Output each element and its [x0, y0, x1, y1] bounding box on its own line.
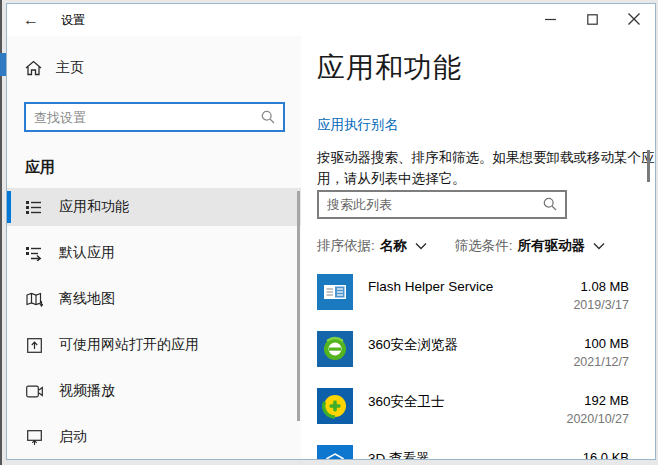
sidebar-item-label: 应用和功能: [59, 198, 129, 216]
app-body: 主页 应用: [7, 36, 655, 459]
sidebar-item-startup[interactable]: 启动: [7, 418, 301, 456]
page-title: 应用和功能: [317, 49, 655, 83]
sidebar-item-offline-maps[interactable]: 离线地图: [7, 280, 301, 318]
3d-viewer-icon: [317, 445, 353, 459]
settings-search-input[interactable]: [34, 110, 261, 125]
app-row-360-safe[interactable]: 360安全卫士 192 MB 2020/10/27: [317, 385, 629, 442]
search-icon: [261, 110, 275, 124]
window-title: 设置: [61, 12, 85, 29]
default-apps-icon: [25, 246, 43, 261]
filter-group: 筛选条件: 所有驱动器: [455, 237, 605, 255]
app-execution-aliases-link[interactable]: 应用执行别名: [317, 116, 398, 134]
app-date: 2020/10/27: [566, 412, 629, 426]
app-date: 2019/3/17: [573, 298, 629, 312]
app-list-search-input[interactable]: [327, 197, 543, 212]
flash-helper-icon: [317, 274, 353, 310]
sort-by-value[interactable]: 名称: [380, 237, 407, 255]
chevron-down-icon[interactable]: [415, 242, 427, 250]
app-size: 192 MB: [566, 393, 629, 408]
back-arrow-icon: ←: [23, 11, 39, 29]
description-text: 按驱动器搜索、排序和筛选。如果想要卸载或移动某个应用，请从列表中选择它。: [317, 148, 655, 190]
app-size: 1.08 MB: [573, 279, 629, 294]
minimize-button[interactable]: [529, 4, 571, 34]
close-button[interactable]: [613, 4, 655, 34]
sidebar-item-video-playback[interactable]: 视频播放: [7, 372, 301, 410]
360-browser-icon: [317, 331, 353, 367]
close-icon: [628, 13, 640, 25]
offline-maps-icon: [25, 292, 43, 307]
360-safe-icon: [317, 388, 353, 424]
minimize-icon: [545, 14, 556, 25]
app-list: Flash Helper Service 1.08 MB 2019/3/17: [317, 271, 629, 459]
app-meta: 1.08 MB 2019/3/17: [573, 271, 629, 312]
app-size: 16.0 KB: [573, 450, 629, 459]
main-content: 应用和功能 应用执行别名 按驱动器搜索、排序和筛选。如果想要卸载或移动某个应用，…: [301, 36, 655, 459]
settings-search-box: [24, 102, 285, 132]
app-row-flash-helper[interactable]: Flash Helper Service 1.08 MB 2019/3/17: [317, 271, 629, 328]
sidebar-item-apps-for-websites[interactable]: 可使用网站打开的应用: [7, 326, 301, 364]
main-scrollbar[interactable]: [647, 150, 650, 182]
video-playback-icon: [25, 385, 43, 398]
app-size: 100 MB: [573, 336, 629, 351]
sidebar-item-label: 视频播放: [59, 382, 115, 400]
app-date: 2021/12/7: [573, 355, 629, 369]
sidebar-item-label: 离线地图: [59, 290, 115, 308]
app-name: 3D 查看器: [368, 442, 573, 459]
search-icon: [543, 197, 557, 211]
app-list-search-box: [317, 190, 567, 219]
sort-filter-row: 排序依据: 名称 筛选条件: 所有驱动器: [317, 237, 655, 255]
apps-features-icon: [25, 200, 43, 215]
sidebar-section-apps: 应用: [25, 158, 301, 176]
home-icon: [25, 60, 42, 76]
sidebar-item-label: 默认应用: [59, 244, 115, 262]
sidebar-item-label: 启动: [59, 428, 87, 446]
sidebar-home-label: 主页: [56, 59, 84, 77]
app-name: 360安全浏览器: [368, 328, 573, 354]
app-row-360-browser[interactable]: 360安全浏览器 100 MB 2021/12/7: [317, 328, 629, 385]
sidebar-item-default-apps[interactable]: 默认应用: [7, 234, 301, 272]
app-name: Flash Helper Service: [368, 271, 573, 294]
startup-icon: [25, 430, 43, 445]
chevron-down-icon[interactable]: [593, 242, 605, 250]
sort-by-label: 排序依据:: [317, 237, 375, 255]
settings-window: ← 设置 主页: [6, 3, 656, 460]
sidebar-nav: 应用和功能 默认应用: [7, 188, 301, 456]
sidebar-scrollbar[interactable]: [297, 191, 300, 421]
apps-for-websites-icon: [25, 338, 43, 353]
sidebar: 主页 应用: [7, 36, 301, 459]
app-row-3d-viewer[interactable]: 3D 查看器 Microsoft Corporation 16.0 KB 202…: [317, 442, 629, 459]
window-controls: [529, 4, 655, 36]
app-meta: 192 MB 2020/10/27: [566, 385, 629, 426]
sidebar-item-home[interactable]: 主页: [25, 58, 301, 78]
maximize-button[interactable]: [571, 4, 613, 34]
app-meta: 100 MB 2021/12/7: [573, 328, 629, 369]
maximize-icon: [587, 14, 598, 25]
app-meta: 16.0 KB 2021/9/28: [573, 442, 629, 459]
sidebar-item-apps-features[interactable]: 应用和功能: [7, 188, 301, 226]
titlebar: ← 设置: [7, 4, 655, 36]
back-button[interactable]: ←: [15, 8, 47, 32]
filter-by-label: 筛选条件:: [455, 237, 513, 255]
filter-by-value[interactable]: 所有驱动器: [518, 237, 586, 255]
app-name: 360安全卫士: [368, 385, 566, 411]
sidebar-item-label: 可使用网站打开的应用: [59, 336, 199, 354]
